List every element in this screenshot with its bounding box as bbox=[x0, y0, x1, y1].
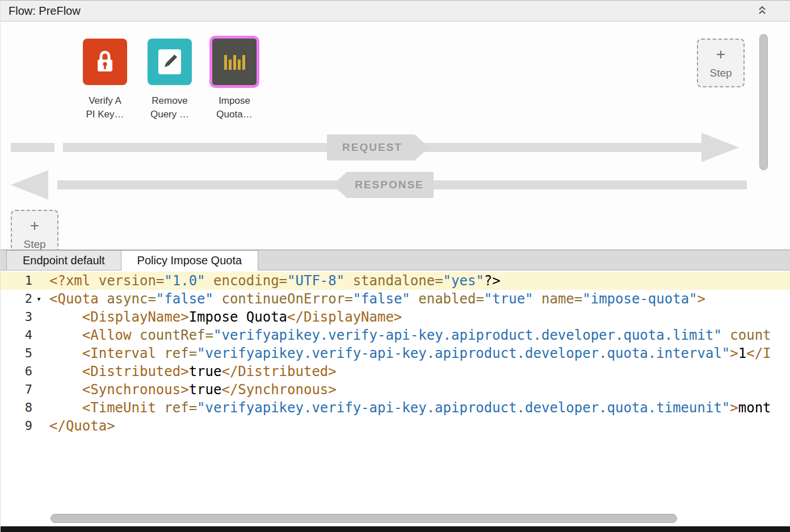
tab-policy-impose-quota[interactable]: Policy Impose Quota bbox=[121, 250, 259, 271]
policy-remove-query[interactable]: Remove Query … bbox=[145, 39, 194, 121]
request-arrow-stub bbox=[11, 143, 54, 152]
editor-horizontal-scrollbar-thumb[interactable] bbox=[51, 514, 677, 523]
flow-vertical-scrollbar-thumb[interactable] bbox=[759, 34, 768, 170]
code-text: <Quota async="false" continueOnError="fa… bbox=[49, 290, 705, 308]
code-line[interactable]: 6 <Distributed>true</Distributed> bbox=[1, 362, 790, 381]
code-line[interactable]: 4 <Allow countRef="verifyapikey.verify-a… bbox=[1, 326, 790, 344]
line-number: 9 bbox=[1, 417, 32, 435]
code-editor[interactable]: 1<?xml version="1.0" encoding="UTF-8" st… bbox=[1, 271, 790, 526]
code-text: <TimeUnit ref="verifyapikey.verify-api-k… bbox=[49, 399, 771, 417]
code-line[interactable]: 7 <Synchronous>true</Synchronous> bbox=[1, 381, 790, 399]
fold-marker-icon[interactable]: ▾ bbox=[36, 290, 41, 308]
fold-gutter bbox=[32, 399, 49, 417]
line-number: 8 bbox=[1, 399, 32, 417]
flow-canvas: Verify A PI Key… Remove Quer bbox=[1, 22, 790, 250]
response-label-badge: RESPONSE bbox=[333, 172, 434, 198]
fold-gutter bbox=[32, 381, 49, 399]
policy-label: Verify A PI Key… bbox=[86, 94, 124, 121]
editor-horizontal-scrollbar[interactable] bbox=[51, 514, 677, 523]
code-line[interactable]: 1<?xml version="1.0" encoding="UTF-8" st… bbox=[1, 272, 790, 290]
plus-icon: + bbox=[30, 218, 39, 234]
request-flow-arrow: REQUEST bbox=[1, 133, 790, 162]
code-text: <Allow countRef="verifyapikey.verify-api… bbox=[49, 326, 771, 344]
code-text: <Distributed>true</Distributed> bbox=[49, 362, 337, 381]
pencil-icon bbox=[148, 39, 192, 85]
line-number: 5 bbox=[1, 344, 32, 362]
response-arrowhead-icon bbox=[11, 170, 48, 200]
code-line[interactable]: 3 <DisplayName>Impose Quota</DisplayName… bbox=[1, 308, 790, 326]
code-text: <?xml version="1.0" encoding="UTF-8" sta… bbox=[49, 272, 501, 290]
flow-panel-header: Flow: PreFlow bbox=[1, 0, 790, 22]
line-number: 6 bbox=[1, 362, 32, 381]
lock-icon bbox=[83, 39, 127, 85]
fold-gutter bbox=[32, 326, 49, 344]
policy-impose-quota[interactable]: Impose Quota… bbox=[210, 39, 259, 121]
line-number: 1 bbox=[1, 272, 32, 290]
code-line[interactable]: 2▾<Quota async="false" continueOnError="… bbox=[1, 290, 790, 308]
fold-gutter bbox=[32, 308, 49, 326]
apigee-proxy-editor: Flow: PreFlow bbox=[0, 0, 790, 532]
code-line[interactable]: 9</Quota> bbox=[1, 417, 790, 435]
code-text: </Quota> bbox=[49, 417, 115, 435]
code-text: <Synchronous>true</Synchronous> bbox=[49, 381, 337, 399]
fold-gutter: ▾ bbox=[32, 290, 49, 308]
code-lines: 1<?xml version="1.0" encoding="UTF-8" st… bbox=[1, 272, 790, 435]
request-label-badge: REQUEST bbox=[327, 134, 429, 161]
fold-gutter bbox=[32, 362, 49, 381]
flow-title: Flow: PreFlow bbox=[9, 5, 81, 18]
policy-label: Impose Quota… bbox=[216, 94, 252, 121]
editor-tab-bar: Endpoint default Policy Impose Quota bbox=[1, 250, 790, 271]
quota-bars-icon bbox=[212, 39, 257, 85]
code-line[interactable]: 8 <TimeUnit ref="verifyapikey.verify-api… bbox=[1, 399, 790, 417]
policy-step-list: Verify A PI Key… Remove Quer bbox=[81, 39, 259, 121]
add-step-button-response[interactable]: + Step bbox=[11, 210, 58, 250]
add-step-button-request[interactable]: + Step bbox=[697, 39, 745, 87]
line-number: 3 bbox=[1, 308, 32, 326]
policy-label: Remove Query … bbox=[150, 94, 189, 121]
plus-icon: + bbox=[716, 47, 725, 62]
policy-verify-api-key[interactable]: Verify A PI Key… bbox=[81, 39, 129, 121]
bottom-bar bbox=[1, 526, 790, 532]
line-number: 7 bbox=[1, 381, 32, 399]
fold-gutter bbox=[32, 272, 49, 290]
fold-gutter bbox=[32, 344, 49, 362]
line-number: 4 bbox=[1, 326, 32, 344]
line-number: 2 bbox=[1, 290, 32, 308]
response-flow-arrow: RESPONSE bbox=[1, 170, 790, 200]
flow-vertical-scrollbar[interactable] bbox=[758, 22, 770, 250]
request-arrowhead-icon bbox=[701, 133, 739, 162]
chevron-double-up-icon bbox=[758, 5, 767, 18]
collapse-flow-panel-button[interactable] bbox=[755, 3, 770, 18]
code-line[interactable]: 5 <Interval ref="verifyapikey.verify-api… bbox=[1, 344, 790, 362]
fold-gutter bbox=[32, 417, 49, 435]
tab-endpoint-default[interactable]: Endpoint default bbox=[6, 250, 121, 270]
code-text: <Interval ref="verifyapikey.verify-api-k… bbox=[49, 344, 771, 362]
code-text: <DisplayName>Impose Quota</DisplayName> bbox=[49, 308, 402, 326]
